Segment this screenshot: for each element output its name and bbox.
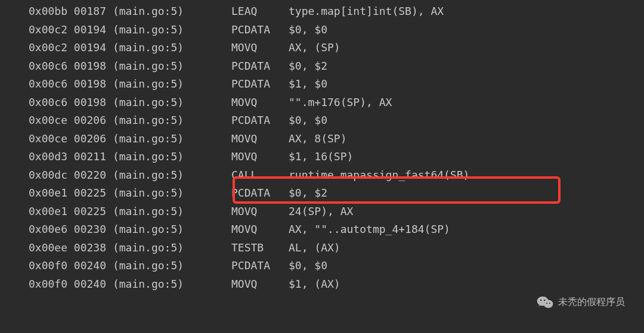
asm-opcode: PCDATA: [231, 21, 289, 39]
asm-args: $0, $2: [289, 184, 644, 203]
asm-args: $0, $2: [289, 57, 644, 76]
asm-line: 0x00c6 00198 (main.go:5)PCDATA$0, $2: [0, 57, 644, 76]
wechat-icon: [537, 295, 553, 309]
asm-line: 0x00c2 00194 (main.go:5)MOVQAX, (SP): [0, 39, 644, 57]
asm-args: $1, 16(SP): [289, 148, 644, 166]
asm-line: 0x00e1 00225 (main.go:5)PCDATA$0, $2: [0, 184, 644, 203]
asm-opcode: MOVQ: [231, 130, 289, 148]
asm-address: 0x00e1 00225 (main.go:5): [29, 203, 231, 221]
asm-address: 0x00ce 00206 (main.go:5): [29, 111, 231, 130]
asm-args: AL, (AX): [289, 239, 644, 257]
asm-address: 0x00d3 00211 (main.go:5): [29, 148, 231, 166]
svg-point-7: [544, 300, 545, 301]
watermark-text: 未秃的假程序员: [558, 296, 625, 309]
asm-address: 0x00f0 00240 (main.go:5): [29, 275, 231, 294]
asm-address: 0x00bb 00187 (main.go:5): [29, 2, 231, 21]
asm-opcode: MOVQ: [231, 275, 289, 294]
asm-line: 0x00dc 00220 (main.go:5)CALLruntime.mapa…: [0, 166, 644, 185]
asm-address: 0x00c6 00198 (main.go:5): [29, 94, 231, 112]
watermark: 未秃的假程序员: [537, 295, 625, 309]
asm-line: 0x00f0 00240 (main.go:5)MOVQ$1, (AX): [0, 275, 644, 294]
asm-args: AX, 8(SP): [289, 130, 644, 148]
asm-line: 0x00c6 00198 (main.go:5)PCDATA$1, $0: [0, 75, 644, 94]
asm-args: "".m+176(SP), AX: [289, 94, 644, 112]
asm-address: 0x00e6 00230 (main.go:5): [29, 220, 231, 239]
asm-opcode: PCDATA: [231, 111, 289, 130]
asm-opcode: PCDATA: [231, 184, 289, 203]
asm-opcode: MOVQ: [231, 39, 289, 57]
asm-address: 0x00e1 00225 (main.go:5): [29, 184, 231, 203]
asm-line: 0x00e6 00230 (main.go:5)MOVQAX, ""..auto…: [0, 220, 644, 239]
asm-opcode: TESTB: [231, 239, 289, 257]
asm-line: 0x00c6 00198 (main.go:5)MOVQ"".m+176(SP)…: [0, 94, 644, 112]
asm-address: 0x00c2 00194 (main.go:5): [29, 21, 231, 39]
asm-line: 0x00c2 00194 (main.go:5)PCDATA$0, $0: [0, 21, 644, 39]
asm-args: AX, (SP): [289, 39, 644, 57]
asm-address: 0x00c2 00194 (main.go:5): [29, 39, 231, 57]
asm-opcode: MOVQ: [231, 148, 289, 166]
asm-opcode: MOVQ: [231, 94, 289, 112]
asm-opcode: PCDATA: [231, 257, 289, 275]
asm-args: $0, $0: [289, 21, 644, 39]
asm-line: 0x00f0 00240 (main.go:5)PCDATA$0, $0: [0, 257, 644, 275]
asm-args: type.map[int]int(SB), AX: [289, 2, 644, 21]
asm-line: 0x00d3 00211 (main.go:5)MOVQ$1, 16(SP): [0, 148, 644, 166]
asm-opcode: MOVQ: [231, 220, 289, 239]
asm-args: $0, $0: [289, 257, 644, 275]
asm-address: 0x00dc 00220 (main.go:5): [29, 166, 231, 185]
asm-address: 0x00c6 00198 (main.go:5): [29, 57, 231, 76]
svg-point-8: [546, 303, 547, 304]
svg-point-5: [544, 300, 553, 308]
asm-args: AX, ""..autotmp_4+184(SP): [289, 220, 644, 239]
asm-opcode: CALL: [231, 166, 289, 185]
asm-line: 0x00ee 00238 (main.go:5)TESTBAL, (AX): [0, 239, 644, 257]
asm-address: 0x00ce 00206 (main.go:5): [29, 130, 231, 148]
asm-line: 0x00ce 00206 (main.go:5)MOVQAX, 8(SP): [0, 130, 644, 148]
asm-opcode: MOVQ: [231, 203, 289, 221]
asm-opcode: PCDATA: [231, 57, 289, 76]
asm-line: 0x00ce 00206 (main.go:5)PCDATA$0, $0: [0, 111, 644, 130]
svg-point-6: [540, 300, 541, 301]
asm-address: 0x00f0 00240 (main.go:5): [29, 257, 231, 275]
asm-args: 24(SP), AX: [289, 203, 644, 221]
assembly-listing: 0x00bb 00187 (main.go:5)LEAQtype.map[int…: [0, 2, 644, 293]
svg-point-9: [549, 303, 550, 304]
asm-args: $1, (AX): [289, 275, 644, 294]
asm-args: $1, $0: [289, 75, 644, 94]
asm-args: $0, $0: [289, 111, 644, 130]
asm-args: runtime.mapassign_fast64(SB): [289, 166, 644, 185]
asm-line: 0x00bb 00187 (main.go:5)LEAQtype.map[int…: [0, 2, 644, 21]
asm-address: 0x00ee 00238 (main.go:5): [29, 239, 231, 257]
asm-line: 0x00e1 00225 (main.go:5)MOVQ24(SP), AX: [0, 203, 644, 221]
asm-opcode: LEAQ: [231, 2, 289, 21]
asm-opcode: PCDATA: [231, 75, 289, 94]
asm-address: 0x00c6 00198 (main.go:5): [29, 75, 231, 94]
